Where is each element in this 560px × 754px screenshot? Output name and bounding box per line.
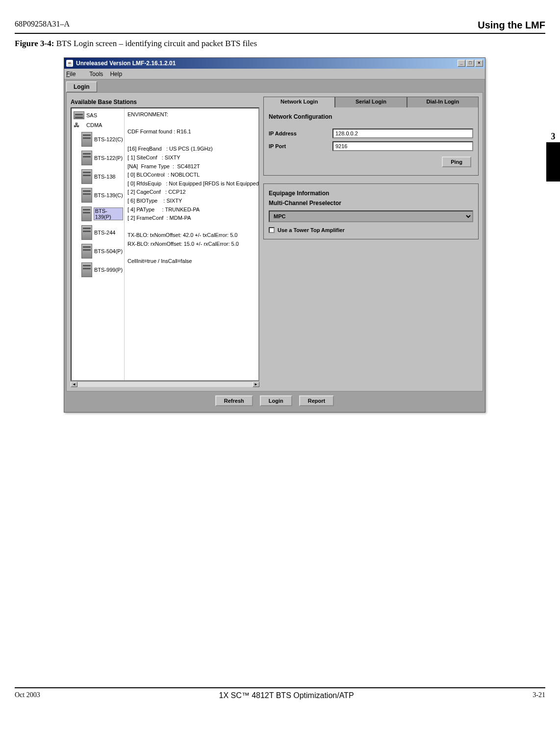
menu-tools[interactable]: Tools (89, 71, 103, 78)
scroll-right-icon[interactable]: ► (253, 382, 259, 387)
bts-icon (81, 151, 92, 165)
refresh-button[interactable]: Refresh (215, 395, 253, 406)
figure-caption: Figure 3-4: BTS Login screen – identifyi… (15, 39, 545, 49)
bts-icon (81, 188, 92, 203)
tree-item[interactable]: BTS-122(C) (94, 136, 123, 142)
window-titlebar: ☕ Unreleased Version LMF-2.16.1.2.01 _ □… (64, 58, 485, 69)
menu-help[interactable]: Help (110, 71, 122, 78)
tree-item[interactable]: BTS-504(P) (94, 248, 123, 254)
bts-icon (81, 262, 92, 277)
mcp-label: Multi-Channel Preselector (269, 200, 473, 207)
close-button[interactable]: × (475, 60, 483, 67)
window-title: Unreleased Version LMF-2.16.1.2.01 (76, 60, 176, 67)
bts-icon (81, 132, 92, 147)
tree-root-cdma[interactable]: CDMA (86, 122, 102, 128)
tree-item[interactable]: BTS-139(C) (94, 192, 123, 198)
tree-item[interactable]: BTS-244 (94, 230, 115, 235)
tree-item[interactable]: BTS-138 (94, 174, 115, 180)
ip-address-input[interactable] (332, 129, 473, 138)
chapter-side-tab: 3 (546, 142, 560, 182)
maximize-button[interactable]: □ (466, 60, 474, 67)
tab-dialin-login[interactable]: Dial-In Login (407, 97, 479, 107)
bts-icon (81, 207, 92, 221)
stations-tree[interactable]: SAS 🖧CDMA BTS-122(C) BTS-122(P) BTS-138 … (71, 107, 259, 381)
footer-page: 3-21 (533, 691, 545, 700)
footer-title: 1X SC™ 4812T BTS Optimization/ATP (219, 691, 354, 700)
network-config-label: Network Configuration (269, 113, 473, 120)
tree-root-sas[interactable]: SAS (86, 112, 97, 118)
minimize-button[interactable]: _ (458, 60, 465, 67)
java-icon: ☕ (66, 60, 73, 67)
equipage-panel: Equipage Information Multi-Channel Prese… (263, 183, 479, 239)
ip-port-input[interactable] (332, 141, 473, 151)
bts-icon (81, 169, 92, 184)
bts-icon (81, 225, 92, 240)
network-config-panel: Network Configuration IP Address IP Port… (263, 107, 479, 176)
tab-login[interactable]: Login (66, 81, 97, 92)
chapter-number: 3 (546, 131, 560, 142)
mcp-select[interactable]: MPC (269, 210, 473, 222)
screenshot-window: ☕ Unreleased Version LMF-2.16.1.2.01 _ □… (64, 57, 485, 413)
ip-address-label: IP Address (269, 130, 332, 136)
figure-text: BTS Login screen – identifying circuit a… (56, 39, 257, 48)
tree-item[interactable]: BTS-999(P) (94, 267, 123, 273)
tab-serial-login[interactable]: Serial Login (335, 97, 407, 107)
equipage-label: Equipage Information (269, 190, 473, 197)
tree-item[interactable]: BTS-122(P) (94, 155, 123, 161)
tree-scrollbar[interactable]: ◄ ► (71, 381, 259, 387)
footer-date: Oct 2003 (15, 691, 40, 700)
available-stations-label: Available Base Stations (71, 99, 259, 105)
report-button[interactable]: Report (299, 395, 334, 406)
tree-item-selected[interactable]: BTS-139(P) (94, 208, 123, 220)
doc-id: 68P09258A31–A (15, 20, 70, 31)
figure-label: Figure 3-4: (15, 39, 54, 48)
login-button[interactable]: Login (260, 395, 292, 406)
tta-checkbox[interactable] (269, 227, 275, 233)
bts-icon (81, 244, 92, 259)
menu-bar: File Tools Help (64, 69, 485, 79)
ip-port-label: IP Port (269, 143, 332, 149)
scroll-left-icon[interactable]: ◄ (71, 382, 77, 387)
menu-file[interactable]: File (66, 71, 82, 78)
tab-network-login[interactable]: Network Login (263, 97, 335, 107)
section-title: Using the LMF (478, 20, 545, 31)
sas-icon (74, 111, 84, 119)
ping-button[interactable]: Ping (442, 156, 471, 167)
tta-label: Use a Tower Top Amplifier (278, 227, 345, 233)
cdma-icon: 🖧 (74, 122, 84, 129)
environment-text: ENVIRONMENT: CDF Format found : R16.1 [1… (125, 108, 258, 380)
